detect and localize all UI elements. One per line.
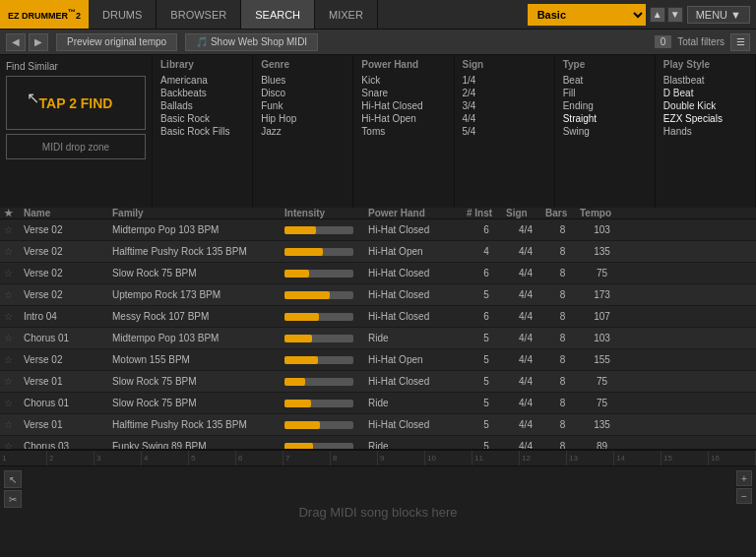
row-star-9[interactable]: ☆ bbox=[4, 419, 24, 430]
table-row[interactable]: ☆ Verse 02 Midtempo Pop 103 BPM Hi-Hat C… bbox=[0, 219, 756, 241]
tab-search[interactable]: SEARCH bbox=[241, 0, 315, 29]
row-star-3[interactable]: ☆ bbox=[4, 289, 24, 300]
table-row[interactable]: ☆ Verse 01 Slow Rock 75 BPM Hi-Hat Close… bbox=[0, 371, 756, 393]
table-row[interactable]: ☆ Intro 04 Messy Rock 107 BPM Hi-Hat Clo… bbox=[0, 306, 756, 328]
row-name-7: Verse 01 bbox=[24, 376, 112, 387]
library-ballads[interactable]: Ballads bbox=[160, 99, 244, 112]
tap2find-button[interactable]: ↖ TAP 2 FIND bbox=[6, 76, 146, 130]
row-family-7: Slow Rock 75 BPM bbox=[112, 376, 284, 387]
row-bars-4: 8 bbox=[545, 311, 580, 322]
powerhand-toms[interactable]: Toms bbox=[361, 125, 445, 138]
logo-text: EZ DRUMMER™2 bbox=[8, 8, 81, 21]
powerhand-kick[interactable]: Kick bbox=[361, 74, 445, 87]
select-tool-button[interactable]: ↖ bbox=[4, 470, 22, 488]
menu-button[interactable]: MENU ▼ bbox=[687, 6, 750, 24]
type-straight[interactable]: Straight bbox=[563, 112, 647, 125]
table-row[interactable]: ☆ Chorus 01 Slow Rock 75 BPM Ride 5 4/4 … bbox=[0, 393, 756, 414]
row-tempo-7: 75 bbox=[580, 376, 624, 387]
genre-disco[interactable]: Disco bbox=[261, 87, 345, 99]
type-ending[interactable]: Ending bbox=[563, 99, 647, 112]
table-row[interactable]: ☆ Verse 02 Motown 155 BPM Hi-Hat Open 5 … bbox=[0, 349, 756, 371]
type-fill[interactable]: Fill bbox=[563, 87, 647, 99]
preview-tempo-button[interactable]: Preview original tempo bbox=[56, 33, 177, 51]
row-bars-5: 8 bbox=[545, 333, 580, 343]
th-star: ★ bbox=[4, 208, 24, 218]
zoom-out-button[interactable]: − bbox=[736, 488, 752, 504]
sign-5-4[interactable]: 5/4 bbox=[463, 125, 546, 138]
playstyle-dbeat[interactable]: D Beat bbox=[663, 87, 747, 99]
row-bars-0: 8 bbox=[545, 224, 580, 235]
row-star-5[interactable]: ☆ bbox=[4, 333, 24, 343]
row-star-10[interactable]: ☆ bbox=[4, 441, 24, 449]
playstyle-ezx-specials[interactable]: EZX Specials bbox=[663, 112, 747, 125]
row-star-2[interactable]: ☆ bbox=[4, 268, 24, 278]
row-star-8[interactable]: ☆ bbox=[4, 398, 24, 408]
table-row[interactable]: ☆ Chorus 03 Funky Swing 89 BPM Ride 5 4/… bbox=[0, 436, 756, 449]
genre-funk[interactable]: Funk bbox=[261, 99, 345, 112]
preset-up-btn[interactable]: ▲ bbox=[650, 7, 665, 23]
row-star-7[interactable]: ☆ bbox=[4, 376, 24, 387]
table-row[interactable]: ☆ Verse 02 Uptempo Rock 173 BPM Hi-Hat C… bbox=[0, 284, 756, 306]
table-body: ☆ Verse 02 Midtempo Pop 103 BPM Hi-Hat C… bbox=[0, 219, 756, 449]
row-name-2: Verse 02 bbox=[24, 268, 112, 278]
row-tempo-1: 135 bbox=[580, 246, 624, 257]
table-row[interactable]: ☆ Chorus 01 Midtempo Pop 103 BPM Ride 5 … bbox=[0, 328, 756, 349]
nav-tabs: DRUMS BROWSER SEARCH MIXER bbox=[89, 0, 378, 29]
row-star-6[interactable]: ☆ bbox=[4, 354, 24, 365]
type-beat[interactable]: Beat bbox=[563, 74, 647, 87]
row-star-4[interactable]: ☆ bbox=[4, 311, 24, 322]
filter-list-button[interactable]: ☰ bbox=[730, 33, 750, 51]
genre-jazz[interactable]: Jazz bbox=[261, 125, 345, 138]
playstyle-doublekick[interactable]: Double Kick bbox=[663, 99, 747, 112]
webshop-midi-button[interactable]: 🎵 Show Web Shop MIDI bbox=[185, 33, 318, 51]
back-button[interactable]: ◀ bbox=[6, 33, 26, 51]
library-americana[interactable]: Americana bbox=[160, 74, 244, 87]
row-star-0[interactable]: ☆ bbox=[4, 224, 24, 235]
timeline-zoom-controls: + − bbox=[736, 466, 752, 504]
tab-drums[interactable]: DRUMS bbox=[89, 0, 157, 29]
timeline-content: ↖ ✂ Drag MIDI song blocks here + − bbox=[0, 466, 756, 557]
tab-mixer[interactable]: MIXER bbox=[315, 0, 378, 29]
forward-button[interactable]: ▶ bbox=[29, 33, 48, 51]
genre-hip-hop[interactable]: Hip Hop bbox=[261, 112, 345, 125]
powerhand-hihat-open[interactable]: Hi-Hat Open bbox=[361, 112, 445, 125]
row-star-1[interactable]: ☆ bbox=[4, 246, 24, 257]
genre-blues[interactable]: Blues bbox=[261, 74, 345, 87]
sign-1-4[interactable]: 1/4 bbox=[463, 74, 546, 87]
ruler-mark-15: 15 bbox=[662, 451, 709, 465]
preset-down-btn[interactable]: ▼ bbox=[667, 7, 683, 23]
top-nav: EZ DRUMMER™2 DRUMS BROWSER SEARCH MIXER … bbox=[0, 0, 756, 30]
sign-3-4[interactable]: 3/4 bbox=[463, 99, 546, 112]
powerhand-snare[interactable]: Snare bbox=[361, 87, 445, 99]
midi-timeline: 12345678910111213141516 ↖ ✂ Drag MIDI so… bbox=[0, 449, 756, 557]
midi-drop-zone[interactable]: MIDI drop zone bbox=[6, 134, 146, 159]
timeline-tools: ↖ ✂ bbox=[4, 466, 22, 508]
powerhand-hihat-closed[interactable]: Hi-Hat Closed bbox=[361, 99, 445, 112]
library-backbeats[interactable]: Backbeats bbox=[160, 87, 244, 99]
row-sign-2: 4/4 bbox=[506, 268, 545, 278]
library-basic-rock[interactable]: Basic Rock bbox=[160, 112, 244, 125]
row-tempo-6: 155 bbox=[580, 354, 624, 365]
th-name: Name bbox=[24, 208, 112, 218]
sign-2-4[interactable]: 2/4 bbox=[463, 87, 546, 99]
scissors-tool-button[interactable]: ✂ bbox=[4, 490, 22, 508]
zoom-in-button[interactable]: + bbox=[736, 470, 752, 486]
sign-4-4[interactable]: 4/4 bbox=[463, 112, 546, 125]
row-bars-7: 8 bbox=[545, 376, 580, 387]
toolbar-row: ◀ ▶ Preview original tempo 🎵 Show Web Sh… bbox=[0, 30, 756, 55]
type-swing[interactable]: Swing bbox=[563, 125, 647, 138]
preset-select[interactable]: Basic bbox=[528, 4, 646, 26]
tab-browser[interactable]: BROWSER bbox=[157, 0, 241, 29]
row-intensity-3 bbox=[284, 291, 368, 299]
table-row[interactable]: ☆ Verse 02 Slow Rock 75 BPM Hi-Hat Close… bbox=[0, 263, 756, 284]
row-powerhand-5: Ride bbox=[368, 333, 467, 343]
row-inst-4: 6 bbox=[467, 311, 506, 322]
row-powerhand-10: Ride bbox=[368, 441, 467, 449]
playstyle-hands[interactable]: Hands bbox=[663, 125, 747, 138]
playstyle-blastbeat[interactable]: Blastbeat bbox=[663, 74, 747, 87]
row-intensity-4 bbox=[284, 313, 368, 321]
table-row[interactable]: ☆ Verse 01 Halftime Pushy Rock 135 BPM H… bbox=[0, 414, 756, 436]
table-row[interactable]: ☆ Verse 02 Halftime Pushy Rock 135 BPM H… bbox=[0, 241, 756, 263]
library-basic-rock-fills[interactable]: Basic Rock Fills bbox=[160, 125, 244, 138]
row-tempo-0: 103 bbox=[580, 224, 624, 235]
